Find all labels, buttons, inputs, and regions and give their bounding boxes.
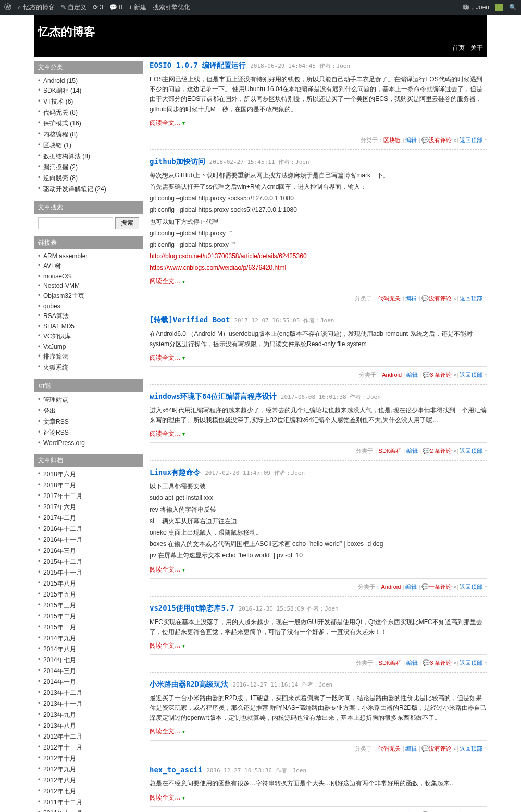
archive-item-link[interactable]: 2014年一月 [43,678,76,686]
comments-link[interactable]: 没有评论 [429,295,452,301]
edit-link[interactable]: 编辑 [406,448,418,454]
new-link[interactable]: + 新建 [129,3,146,12]
back-to-top-link[interactable]: 返回顶部 [460,372,482,378]
category-item-link[interactable]: Android (15) [43,77,78,84]
archive-item-link[interactable]: 2016年十二月 [43,525,82,532]
avatar-icon[interactable] [495,4,503,11]
archive-item-link[interactable]: 2014年八月 [43,645,76,653]
meta-item-link[interactable]: 登出 [43,407,56,414]
category-item-link[interactable]: SDK编程 (14) [43,87,81,94]
post-title-link[interactable]: Linux有趣命令 [150,468,201,476]
customize-link[interactable]: ✎ 自定义 [61,3,86,12]
read-more-link[interactable]: 阅读全文… [150,430,181,437]
archive-item-link[interactable]: 2016年三月 [43,547,76,554]
category-item-link[interactable]: VT技术 (6) [43,98,73,105]
comments-link[interactable]: 没有评论 [429,745,452,752]
comments-link[interactable]: 3 条评论 [430,659,452,666]
back-to-top-link[interactable]: 返回顶部 [460,295,482,301]
blogroll-item-link[interactable]: SHA1 MD5 [43,323,75,330]
archive-item-link[interactable]: 2013年十一月 [43,700,82,707]
user-greeting[interactable]: 嗨，Joen [463,3,489,12]
read-more-link[interactable]: 阅读全文… [150,277,181,285]
archive-item-link[interactable]: 2011年十一月 [43,809,82,812]
post-title-link[interactable]: [转载]Verified Boot [150,315,230,324]
back-to-top-link[interactable]: 返回顶部 [460,659,482,666]
comments-link[interactable]: 2 条评论 [430,448,452,454]
blogroll-item-link[interactable]: VC知识库 [43,333,71,340]
category-item-link[interactable]: 逆向脱壳 (8) [43,174,78,182]
category-link[interactable]: Android [382,372,402,378]
archive-item-link[interactable]: 2015年十一月 [43,569,82,576]
archive-item-link[interactable]: 2017年十二月 [43,492,82,500]
external-link[interactable]: http://blog.csdn.net/u013700358/article/… [150,252,307,260]
archive-item-link[interactable]: 2015年三月 [43,602,76,609]
edit-link[interactable]: 编辑 [405,295,417,301]
post-title-link[interactable]: 小米路由器R2D高级玩法 [150,680,228,688]
archive-item-link[interactable]: 2012年八月 [43,777,76,784]
edit-link[interactable]: 编辑 [405,137,417,143]
archive-item-link[interactable]: 2017年二月 [43,514,76,522]
archive-item-link[interactable]: 2014年九月 [43,635,76,642]
meta-item-link[interactable]: 管理站点 [43,396,68,403]
post-title-link[interactable]: hex_to_ascii [150,766,202,774]
nav-home[interactable]: 首页 [452,44,465,52]
blogroll-item-link[interactable]: 火狐系统 [43,364,68,371]
blogroll-item-link[interactable]: qubes [43,302,60,310]
category-link[interactable]: 区块链 [383,137,401,143]
archive-item-link[interactable]: 2015年一月 [43,624,76,631]
archive-item-link[interactable]: 2016年十一月 [43,536,82,543]
category-item-link[interactable]: 保护模式 (16) [43,120,81,127]
read-more-link[interactable]: 阅读全文… [150,566,181,573]
archive-item-link[interactable]: 2013年十二月 [43,689,82,696]
category-link[interactable]: Android [381,583,401,590]
category-item-link[interactable]: 代码无关 (8) [43,109,78,116]
external-link[interactable]: https://www.cnblogs.com/weidiao/p/637642… [150,264,286,271]
category-item-link[interactable]: 驱动开发详解笔记 (24) [43,185,106,193]
archive-item-link[interactable]: 2015年五月 [43,591,76,598]
comments-link[interactable]: 一条评论 [429,583,452,590]
archive-item-link[interactable]: 2017年六月 [43,503,76,511]
archive-item-link[interactable]: 2018年六月 [43,471,76,478]
archive-item-link[interactable]: 2014年七月 [43,656,76,664]
wp-logo-icon[interactable]: ⓦ [4,3,11,12]
read-more-link[interactable]: 阅读全文… [150,119,181,126]
post-title-link[interactable]: windows环境下64位汇编语言程序设计 [150,392,277,400]
category-item-link[interactable]: 内核编程 (8) [43,131,78,138]
blogroll-item-link[interactable]: RSA算法 [43,312,69,320]
comments-link[interactable]: 3 条评论 [430,372,452,378]
category-item-link[interactable]: 数据结构算法 (8) [43,153,90,160]
blogroll-item-link[interactable]: mouseOS [43,273,71,280]
category-link[interactable]: 代码无关 [378,295,401,301]
archive-item-link[interactable]: 2018年二月 [43,481,76,489]
blogroll-item-link[interactable]: Nested-VMM [43,282,80,289]
category-link[interactable]: 代码无关 [378,745,401,752]
nav-about[interactable]: 关于 [470,44,483,52]
category-link[interactable]: SDK编程 [379,659,402,666]
back-to-top-link[interactable]: 返回顶部 [460,583,482,590]
meta-item-link[interactable]: WordPress.org [43,439,85,447]
post-title-link[interactable]: github加快访问 [150,157,205,166]
archive-item-link[interactable]: 2013年九月 [43,711,76,718]
archive-item-link[interactable]: 2012年七月 [43,788,76,795]
read-more-link[interactable]: 阅读全文… [150,642,181,649]
back-to-top-link[interactable]: 返回顶部 [460,745,482,752]
edit-link[interactable]: 编辑 [406,659,418,666]
search-input[interactable] [38,217,113,229]
archive-item-link[interactable]: 2015年二月 [43,613,76,620]
read-more-link[interactable]: 阅读全文… [150,794,181,801]
post-title-link[interactable]: EOSIO 1.0.7 编译配置运行 [150,61,246,69]
blogroll-item-link[interactable]: 排序算法 [43,353,68,360]
archive-item-link[interactable]: 2012年十月 [43,755,76,762]
updates-link[interactable]: ⟳ 3 [93,4,103,11]
archive-item-link[interactable]: 2013年八月 [43,722,76,729]
archive-item-link[interactable]: 2012年九月 [43,766,76,773]
archive-item-link[interactable]: 2015年八月 [43,580,76,587]
archive-item-link[interactable]: 2012年十一月 [43,744,82,751]
post-title-link[interactable]: vs2015使用qt静态库5.7 [150,604,234,612]
edit-link[interactable]: 编辑 [406,372,418,378]
category-item-link[interactable]: 漏洞挖掘 (2) [43,163,78,171]
comments-link[interactable]: 💬 0 [109,4,122,11]
meta-item-link[interactable]: 文章RSS [43,418,69,425]
search-icon[interactable]: 🔍 [509,4,517,11]
blogroll-item-link[interactable]: VxJump [43,343,66,350]
